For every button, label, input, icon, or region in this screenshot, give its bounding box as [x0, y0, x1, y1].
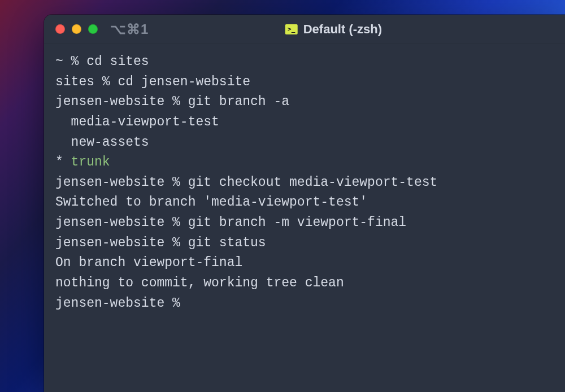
terminal-text: On branch viewport-final — [55, 255, 242, 270]
window-title: Default (-zsh) — [303, 22, 382, 37]
zoom-icon[interactable] — [88, 24, 98, 34]
terminal-line: jensen-website % git status — [55, 233, 554, 254]
terminal-line: ~ % cd sites — [55, 52, 554, 72]
terminal-window: ⌥⌘1 Default (-zsh) ~ % cd sitessites % c… — [44, 15, 565, 392]
terminal-text: new-assets — [55, 135, 149, 150]
terminal-text: jensen-website % git status — [55, 236, 266, 250]
terminal-text: jensen-website % git branch -a — [55, 94, 289, 109]
terminal-text: jensen-website % — [55, 296, 188, 311]
terminal-text: nothing to commit, working tree clean — [55, 276, 344, 290]
traffic-lights — [55, 24, 98, 34]
terminal-line: Switched to branch 'media-viewport-test' — [55, 193, 554, 213]
window-hotkey: ⌥⌘1 — [110, 21, 149, 37]
terminal-icon — [285, 24, 298, 34]
minimize-icon[interactable] — [72, 24, 81, 34]
terminal-line: jensen-website % git branch -a — [55, 92, 554, 112]
terminal-line: jensen-website % git checkout media-view… — [55, 173, 554, 193]
terminal-text: sites % cd jensen-website — [55, 75, 250, 89]
window-title-group: Default (-zsh) — [285, 22, 382, 37]
terminal-text: trunk — [71, 155, 110, 169]
terminal-line: nothing to commit, working tree clean — [55, 273, 554, 294]
close-icon[interactable] — [55, 24, 65, 34]
terminal-line: media-viewport-test — [55, 112, 554, 133]
terminal-line: new-assets — [55, 133, 554, 153]
terminal-line: jensen-website % git branch -m viewport-… — [55, 213, 554, 233]
terminal-line: jensen-website % — [55, 294, 554, 314]
terminal-text: ~ % cd sites — [55, 54, 149, 69]
terminal-text: * — [55, 155, 71, 169]
terminal-text: Switched to branch 'media-viewport-test' — [55, 195, 367, 210]
window-titlebar[interactable]: ⌥⌘1 Default (-zsh) — [44, 15, 565, 44]
terminal-line: sites % cd jensen-website — [55, 72, 554, 93]
terminal-line: On branch viewport-final — [55, 253, 554, 273]
terminal-text: media-viewport-test — [55, 115, 219, 129]
terminal-line: * trunk — [55, 153, 554, 173]
terminal-text: jensen-website % git branch -m viewport-… — [55, 215, 406, 230]
terminal-text: jensen-website % git checkout media-view… — [55, 175, 437, 190]
terminal-body[interactable]: ~ % cd sitessites % cd jensen-websitejen… — [44, 44, 565, 392]
